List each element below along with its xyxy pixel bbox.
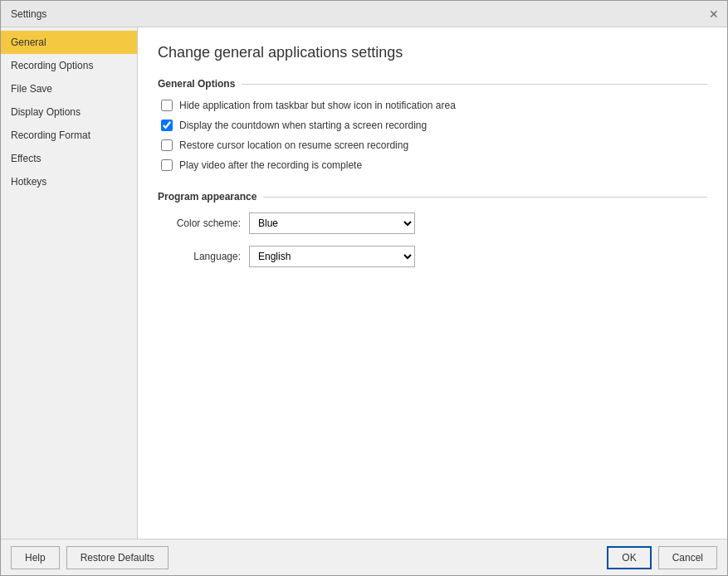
help-button[interactable]: Help [11,546,60,569]
language-label: Language: [158,251,249,262]
checkbox-play-video-label: Play video after the recording is comple… [179,159,362,171]
sidebar-item-recording-format[interactable]: Recording Format [1,124,137,147]
sidebar-item-effects[interactable]: Effects [1,147,137,170]
close-button[interactable]: ✕ [707,7,721,21]
checkbox-play-video[interactable]: Play video after the recording is comple… [161,159,707,171]
program-appearance-header: Program appearance [158,191,707,203]
checkbox-display-countdown[interactable]: Display the countdown when starting a sc… [161,120,707,131]
bottom-bar: Help Restore Defaults OK Cancel [1,539,727,575]
settings-window: Settings ✕ General Recording Options Fil… [0,0,728,576]
checkbox-display-countdown-label: Display the countdown when starting a sc… [179,120,427,131]
sidebar-item-display-options[interactable]: Display Options [1,100,137,124]
checkbox-restore-cursor-input[interactable] [161,139,173,151]
checkbox-hide-taskbar[interactable]: Hide application from taskbar but show i… [161,100,707,111]
checkbox-hide-taskbar-input[interactable] [161,100,173,111]
sidebar: General Recording Options File Save Disp… [1,27,138,539]
general-options-checkboxes: Hide application from taskbar but show i… [158,100,707,171]
checkbox-hide-taskbar-label: Hide application from taskbar but show i… [179,100,456,111]
bottom-right-buttons: OK Cancel [607,546,717,569]
color-scheme-select[interactable]: Blue Dark Light [249,212,415,234]
checkbox-display-countdown-input[interactable] [161,120,173,131]
sidebar-item-general[interactable]: General [1,31,137,54]
checkbox-restore-cursor[interactable]: Restore cursor location on resume screen… [161,139,707,151]
language-row: Language: English French German Spanish … [158,246,707,267]
sidebar-item-hotkeys[interactable]: Hotkeys [1,170,137,193]
ok-button[interactable]: OK [607,546,651,569]
window-title: Settings [11,8,46,20]
sidebar-item-recording-options[interactable]: Recording Options [1,54,137,77]
page-title: Change general applications settings [158,44,707,61]
title-bar: Settings ✕ [1,1,727,27]
main-panel: Change general applications settings Gen… [138,27,727,539]
language-select[interactable]: English French German Spanish Chinese [249,246,415,267]
checkbox-play-video-input[interactable] [161,159,173,171]
restore-defaults-button[interactable]: Restore Defaults [66,546,169,569]
content-area: General Recording Options File Save Disp… [1,27,727,539]
color-scheme-label: Color scheme: [158,217,249,229]
checkbox-restore-cursor-label: Restore cursor location on resume screen… [179,139,408,151]
color-scheme-row: Color scheme: Blue Dark Light [158,212,707,234]
general-options-header: General Options [158,78,707,90]
sidebar-item-file-save[interactable]: File Save [1,77,137,100]
cancel-button[interactable]: Cancel [658,546,717,569]
